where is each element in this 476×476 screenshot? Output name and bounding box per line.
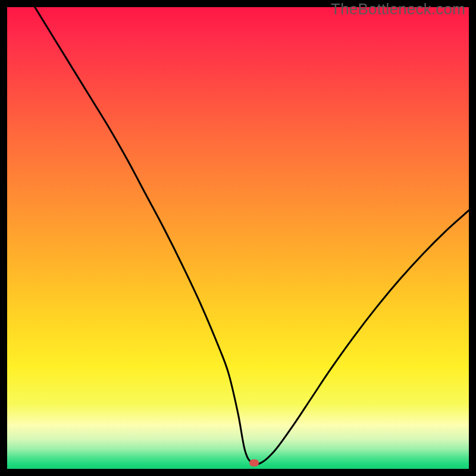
bottleneck-chart xyxy=(7,7,469,469)
gradient-background xyxy=(7,7,469,469)
site-watermark: TheBottleneck.com xyxy=(331,0,465,18)
optimum-marker xyxy=(249,459,259,466)
